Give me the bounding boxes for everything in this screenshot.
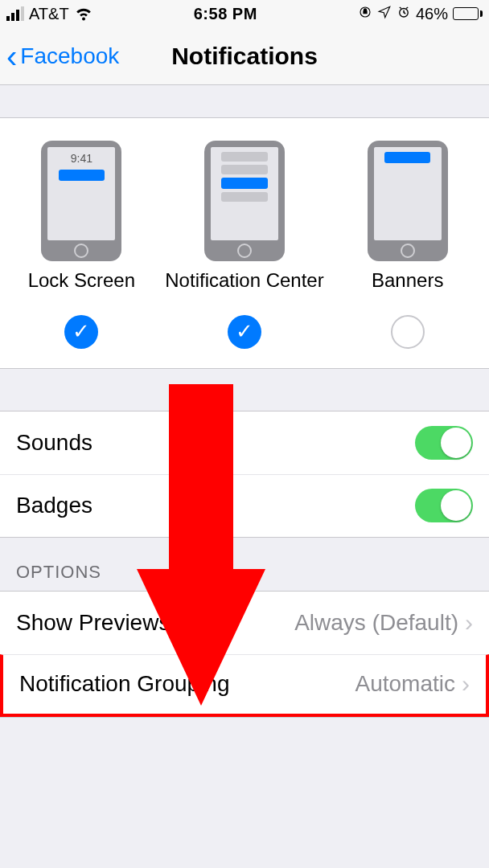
- chevron-right-icon: ›: [462, 670, 470, 698]
- battery-icon: [453, 7, 483, 20]
- chevron-right-icon: ›: [465, 609, 473, 637]
- alert-style-banners[interactable]: Banners: [326, 141, 489, 293]
- notification-center-checkbox[interactable]: ✓: [228, 315, 261, 349]
- alert-styles-section: 9:41 Lock Screen Notification Center: [0, 117, 489, 369]
- options-section: Show Previews Always (Default) › Notific…: [0, 591, 489, 718]
- checkmark-icon: ✓: [236, 319, 253, 344]
- alert-style-notification-center[interactable]: Notification Center: [163, 141, 327, 293]
- battery-percent-label: 46%: [416, 5, 448, 23]
- alert-style-label: Banners: [372, 269, 443, 293]
- sounds-label: Sounds: [16, 430, 92, 456]
- nav-header: ‹ Facebook Notifications: [0, 27, 489, 85]
- carrier-label: AT&T: [29, 5, 69, 23]
- rotation-lock-icon: [358, 5, 372, 23]
- notification-grouping-value: Automatic: [355, 671, 456, 697]
- notification-grouping-label: Notification Grouping: [19, 671, 229, 697]
- show-previews-value: Always (Default): [294, 610, 458, 636]
- chevron-left-icon: ‹: [6, 40, 17, 72]
- lock-screen-preview-icon: 9:41: [41, 141, 121, 261]
- options-header: Options: [0, 538, 489, 591]
- sounds-toggle[interactable]: [415, 426, 473, 460]
- location-arrow-icon: [377, 5, 392, 23]
- sounds-row: Sounds: [0, 411, 489, 474]
- alert-style-lock-screen[interactable]: 9:41 Lock Screen: [0, 141, 163, 293]
- show-previews-label: Show Previews: [16, 610, 170, 636]
- show-previews-row[interactable]: Show Previews Always (Default) ›: [0, 592, 489, 654]
- alarm-icon: [397, 5, 411, 23]
- badges-toggle[interactable]: [415, 489, 473, 522]
- banners-preview-icon: [368, 141, 448, 261]
- notification-center-preview-icon: [204, 141, 285, 261]
- alert-style-label: Lock Screen: [28, 269, 135, 293]
- cell-signal-icon: [6, 6, 24, 21]
- status-bar: AT&T 6:58 PM 46%: [0, 0, 489, 27]
- sounds-badges-section: Sounds Badges: [0, 411, 489, 538]
- wifi-icon: [74, 2, 93, 26]
- checkmark-icon: ✓: [72, 319, 90, 344]
- lock-screen-checkbox[interactable]: ✓: [64, 315, 98, 349]
- back-button[interactable]: ‹ Facebook: [6, 40, 119, 72]
- banners-checkbox[interactable]: [391, 315, 425, 349]
- badges-row: Badges: [0, 474, 489, 537]
- back-label: Facebook: [20, 43, 119, 69]
- badges-label: Badges: [16, 493, 92, 518]
- notification-grouping-row[interactable]: Notification Grouping Automatic ›: [0, 654, 489, 717]
- alert-style-label: Notification Center: [165, 269, 323, 293]
- clock-label: 6:58 PM: [194, 5, 257, 23]
